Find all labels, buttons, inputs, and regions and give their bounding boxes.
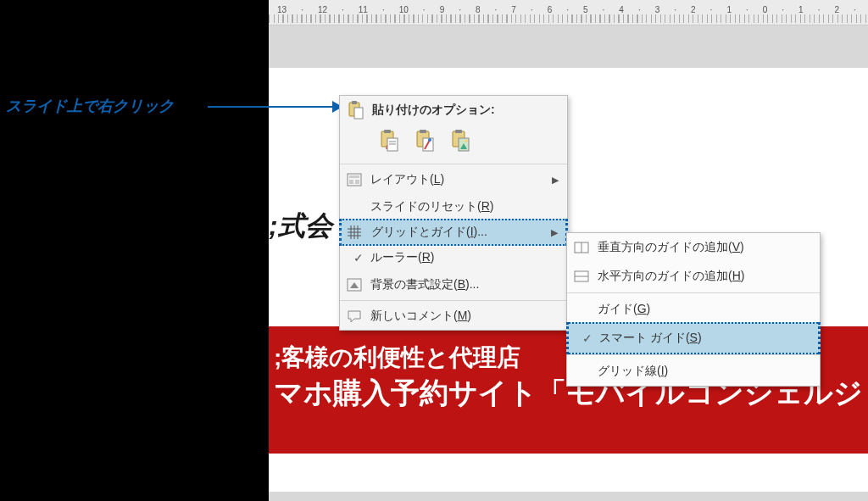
context-menu: 貼り付けのオプション: a レイアウト(L) ▶ スライドのリセット(R) グリ… (339, 95, 568, 331)
vertical-guide-icon (574, 242, 598, 253)
svg-rect-20 (349, 180, 353, 184)
submenu-guides[interactable]: ガイド(G) (567, 295, 820, 324)
svg-point-17 (465, 140, 468, 142)
paste-options-header: 貼り付けのオプション: (340, 96, 567, 125)
submenu-arrow-icon: ▶ (551, 227, 559, 238)
submenu-arrow-icon: ▶ (552, 175, 560, 186)
svg-rect-10 (420, 130, 426, 133)
svg-rect-4 (384, 130, 391, 133)
arrow-line (208, 106, 335, 108)
svg-rect-19 (349, 175, 359, 178)
grid-icon (348, 225, 371, 239)
submenu-smart-guides[interactable]: ✓ スマート ガイド(S) (566, 322, 821, 354)
menu-new-comment[interactable]: 新しいコメント(M) (340, 303, 567, 330)
svg-rect-14 (455, 130, 462, 133)
layout-icon (347, 173, 370, 186)
grid-guides-submenu: 垂直方向のガイドの追加(V) 水平方向のガイドの追加(H) ガイド(G) ✓ ス… (566, 232, 821, 387)
menu-ruler[interactable]: ✓ ルーラー(R) (340, 244, 567, 271)
menu-reset-slide[interactable]: スライドのリセット(R) (340, 193, 567, 220)
banner-line1-left: ;客様の利便性と代理店 (274, 344, 520, 370)
left-black-panel (0, 0, 269, 501)
annotation-label: スライド上で右クリック (6, 96, 174, 116)
horizontal-guide-icon (574, 270, 598, 282)
submenu-add-horizontal-guide[interactable]: 水平方向のガイドの追加(H) (567, 262, 820, 291)
svg-point-12 (428, 138, 431, 142)
slide-title-partial: ;式会 (269, 208, 332, 245)
submenu-gridlines[interactable]: グリッド線(I) (567, 357, 820, 386)
svg-rect-2 (354, 108, 363, 119)
paste-keep-format-button[interactable]: a (377, 128, 401, 153)
paste-picture-button[interactable] (448, 128, 472, 153)
menu-format-background[interactable]: 背景の書式設定(B)... (340, 271, 567, 298)
horizontal-ruler: 13 · 12 · 11 · 10 · 9 · 8 · 7 · 6 · 5 · … (269, 0, 868, 25)
comment-icon (347, 309, 370, 323)
format-icon (347, 278, 370, 292)
svg-rect-1 (352, 101, 357, 104)
check-icon: ✓ (347, 251, 370, 264)
paste-design-button[interactable] (413, 128, 437, 153)
paste-options-row: a (340, 125, 567, 162)
svg-rect-21 (355, 180, 359, 184)
check-icon: ✓ (576, 331, 599, 345)
menu-grid-and-guides[interactable]: グリッドとガイド(I)... ▶ (339, 219, 568, 246)
paste-icon (347, 101, 364, 120)
menu-layout[interactable]: レイアウト(L) ▶ (340, 166, 567, 193)
submenu-add-vertical-guide[interactable]: 垂直方向のガイドの追加(V) (567, 233, 820, 262)
